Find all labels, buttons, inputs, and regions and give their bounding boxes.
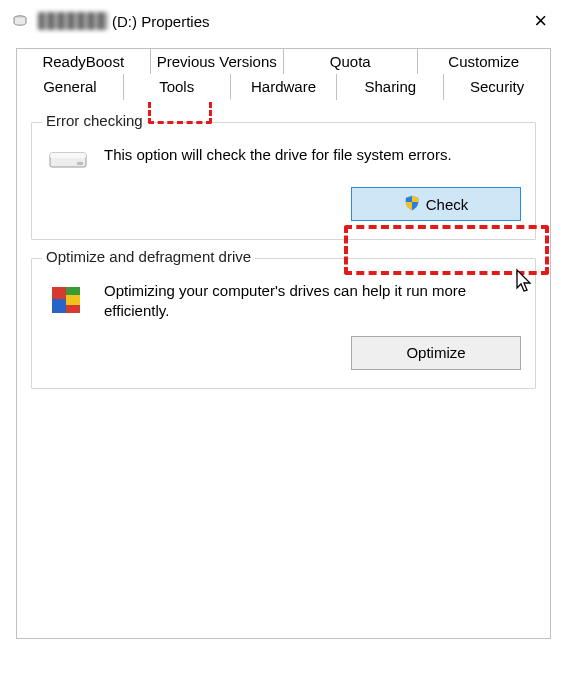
drive-label-redacted [38, 12, 108, 30]
tab-row-2: General Tools Hardware Sharing Security [16, 73, 551, 100]
uac-shield-icon [404, 195, 420, 214]
tab-quota[interactable]: Quota [284, 49, 418, 74]
tab-readyboost[interactable]: ReadyBoost [17, 49, 151, 74]
drive-icon [46, 145, 90, 173]
svg-rect-8 [66, 305, 80, 313]
tab-general[interactable]: General [17, 74, 124, 100]
tab-tools[interactable]: Tools [124, 74, 231, 100]
svg-rect-3 [77, 162, 83, 165]
tab-hardware[interactable]: Hardware [231, 74, 338, 100]
window-title: (D:) Properties [112, 13, 210, 30]
check-button-label: Check [426, 196, 469, 213]
svg-rect-6 [66, 295, 80, 305]
svg-rect-2 [50, 153, 86, 158]
svg-rect-4 [52, 287, 66, 299]
group-error-checking: Error checking This option will check th… [31, 122, 536, 240]
group-optimize: Optimize and defragment drive Optimizing… [31, 258, 536, 389]
optimize-button[interactable]: Optimize [351, 336, 521, 370]
close-button[interactable]: × [526, 10, 555, 32]
tab-control: ReadyBoost Previous Versions Quota Custo… [0, 40, 567, 639]
svg-rect-5 [66, 287, 80, 295]
optimize-button-label: Optimize [406, 344, 465, 361]
tab-row-1: ReadyBoost Previous Versions Quota Custo… [16, 48, 551, 74]
optimize-description: Optimizing your computer's drives can he… [104, 281, 521, 322]
svg-rect-7 [52, 299, 66, 313]
drive-icon [12, 13, 28, 29]
error-checking-description: This option will check the drive for fil… [104, 145, 521, 165]
check-button[interactable]: Check [351, 187, 521, 221]
tab-security[interactable]: Security [444, 74, 550, 100]
tab-panel-tools: Error checking This option will check th… [16, 99, 551, 639]
defrag-icon [46, 281, 90, 321]
tab-previous-versions[interactable]: Previous Versions [151, 49, 285, 74]
tab-sharing[interactable]: Sharing [337, 74, 444, 100]
group-title-optimize: Optimize and defragment drive [42, 248, 255, 265]
titlebar: (D:) Properties × [0, 0, 567, 40]
group-title-error-checking: Error checking [42, 112, 147, 129]
tab-customize[interactable]: Customize [418, 49, 551, 74]
